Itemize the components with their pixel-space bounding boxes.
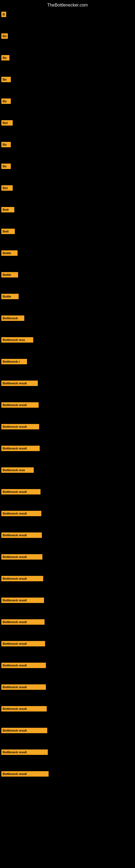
badge-row: Bottleneck result <box>0 706 135 712</box>
bottleneck-badge[interactable]: Bo <box>1 142 11 147</box>
bottleneck-badge[interactable]: Bottleneck result <box>1 554 42 560</box>
badge-row: Bo <box>0 98 135 104</box>
badge-row: Bottleneck result <box>0 424 135 429</box>
bottleneck-badge[interactable]: Bott <box>1 207 14 212</box>
badge-row: Bottleneck result <box>0 728 135 733</box>
badge-row: Bo <box>0 55 135 61</box>
site-title: TheBottlenecker.com <box>0 0 135 12</box>
badge-row: Bo <box>0 142 135 147</box>
badge-row: Bottleneck resu <box>0 337 135 343</box>
bottleneck-badge[interactable]: Bottleneck resu <box>1 337 33 343</box>
bottleneck-badge[interactable]: B <box>1 12 6 17</box>
bottleneck-badge[interactable]: Bottleneck result <box>1 597 44 603</box>
bottleneck-badge[interactable]: Bottleneck result <box>1 684 46 690</box>
bottleneck-badge[interactable]: Bottleneck <box>1 315 24 321</box>
bottleneck-badge[interactable]: Bo <box>1 33 8 39</box>
bottleneck-badge[interactable]: Bottleneck result <box>1 532 42 538</box>
badge-row: Bottleneck <box>0 315 135 321</box>
badge-row: Bottleneck result <box>0 532 135 538</box>
bottleneck-badge[interactable]: Bottleneck result <box>1 402 39 408</box>
badge-row: Bottleneck result <box>0 749 135 755</box>
bottleneck-badge[interactable]: Bottleneck result <box>1 489 41 495</box>
badge-row: Bottleneck r <box>0 359 135 364</box>
bottleneck-badge[interactable]: Bottleneck result <box>1 511 41 516</box>
bottleneck-badge[interactable]: Bottleneck result <box>1 663 46 668</box>
badge-row: Bottleneck result <box>0 554 135 560</box>
badge-row: Bottleneck result <box>0 663 135 668</box>
bottleneck-badge[interactable]: Bottleneck r <box>1 359 27 364</box>
bottleneck-badge[interactable]: Bottleneck result <box>1 446 40 451</box>
bottleneck-badge[interactable]: Bottleneck result <box>1 641 45 646</box>
badge-row: Bottle <box>0 294 135 299</box>
badge-row: Bottleneck result <box>0 511 135 516</box>
bottleneck-badge[interactable]: Bottleneck result <box>1 619 45 625</box>
badge-row: Bot <box>0 120 135 126</box>
badge-row: Bottleneck result <box>0 380 135 386</box>
bottleneck-badge[interactable]: Bottleneck result <box>1 576 43 581</box>
badge-row: Bottleneck result <box>0 641 135 646</box>
badge-row: Bott <box>0 207 135 212</box>
bottleneck-badge[interactable]: Bottleneck result <box>1 424 39 429</box>
badge-row: Bottleneck result <box>0 576 135 581</box>
badge-row: Bottleneck result <box>0 597 135 603</box>
badge-row: Bottleneck resu <box>0 467 135 473</box>
badge-row: Bottleneck result <box>0 771 135 777</box>
badge-row: Bottleneck result <box>0 446 135 451</box>
bottleneck-badge[interactable]: Bott <box>1 229 15 234</box>
bottleneck-badge[interactable]: Bottleneck result <box>1 706 47 712</box>
badge-row: Bot <box>0 185 135 191</box>
bottleneck-badge[interactable]: Bo <box>1 98 11 104</box>
bottleneck-badge[interactable]: Bottleneck resu <box>1 467 34 473</box>
badge-row: Bottle <box>0 250 135 256</box>
bottleneck-badge[interactable]: Bo <box>1 77 11 82</box>
badge-row: Bottleneck result <box>0 402 135 408</box>
badge-row: Bottleneck result <box>0 684 135 690</box>
bottleneck-badge[interactable]: Bot <box>1 120 13 126</box>
badge-row: B <box>0 12 135 17</box>
badge-row: Bottleneck result <box>0 619 135 625</box>
bottleneck-badge[interactable]: Bottle <box>1 294 18 299</box>
bottleneck-badge[interactable]: Bottle <box>1 272 18 278</box>
bottleneck-badge[interactable]: Bottleneck result <box>1 749 48 755</box>
badge-row: Bo <box>0 163 135 169</box>
bottleneck-badge[interactable]: Bot <box>1 185 13 191</box>
bottleneck-badge[interactable]: Bottleneck result <box>1 728 47 733</box>
bottleneck-badge[interactable]: Bottle <box>1 250 17 256</box>
badge-row: Bo <box>0 33 135 39</box>
badge-row: Bottle <box>0 272 135 278</box>
badge-row: Bott <box>0 229 135 234</box>
bottleneck-badge[interactable]: Bo <box>1 163 11 169</box>
bottleneck-badge[interactable]: Bottleneck result <box>1 771 49 777</box>
bottleneck-badge[interactable]: Bottleneck result <box>1 380 38 386</box>
bottleneck-badge[interactable]: Bo <box>1 55 9 61</box>
badge-row: Bo <box>0 77 135 82</box>
badge-row: Bottleneck result <box>0 489 135 495</box>
